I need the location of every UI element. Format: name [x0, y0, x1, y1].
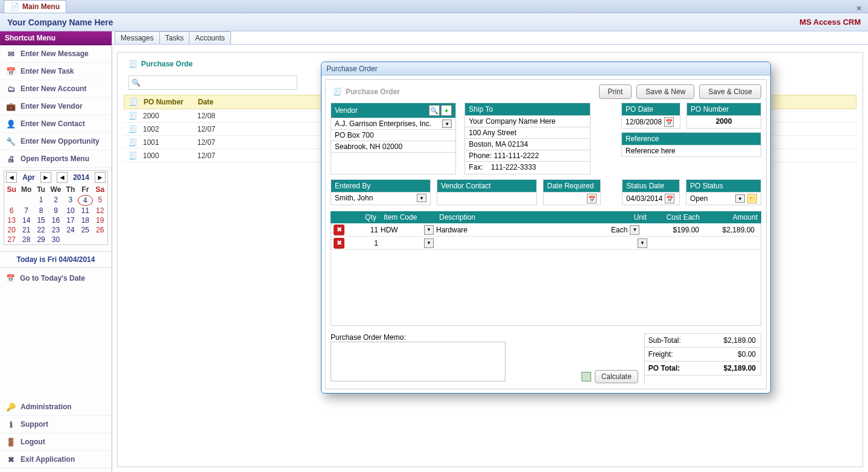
vendor-contact-field[interactable] [437, 192, 536, 203]
calendar-day[interactable]: 2 [48, 195, 63, 206]
calendar-icon[interactable]: 📅 [664, 117, 674, 127]
calendar-day[interactable]: 1 [34, 195, 48, 206]
dialog-titlebar[interactable]: Purchase Order [322, 62, 770, 75]
vendor-name-field[interactable]: A.J. Garrison Enterprises, Inc. ▼ [331, 118, 455, 129]
cell-qty[interactable]: 1 [347, 239, 381, 247]
tab-accounts[interactable]: Accounts [189, 31, 230, 44]
col-po-number[interactable]: PO Number [139, 98, 193, 106]
calendar-next-month[interactable]: ► [40, 172, 51, 183]
calendar-day[interactable]: 10 [63, 206, 78, 215]
chevron-down-icon[interactable]: ▼ [735, 194, 745, 203]
cell-unit[interactable]: ▼ [611, 238, 650, 248]
delete-row-icon[interactable]: ✖ [334, 225, 344, 235]
goto-today-button[interactable]: 📅 Go to Today's Date [0, 272, 112, 285]
calendar-day[interactable]: 28 [19, 235, 33, 244]
calendar-day[interactable]: 14 [19, 215, 33, 225]
window-tab-main-menu[interactable]: 📄 Main Menu [4, 0, 66, 13]
sidebar-item-3[interactable]: 💼Enter New Vendor [0, 98, 112, 115]
calendar-day[interactable]: 15 [34, 215, 48, 225]
list-search-input[interactable]: 🔍 [128, 75, 297, 90]
calendar-day[interactable]: 12 [93, 206, 107, 215]
calendar-day [63, 235, 78, 244]
chevron-down-icon[interactable]: ▼ [424, 225, 434, 235]
sidebar-item-label: Enter New Opportunity [21, 137, 100, 145]
calendar-day[interactable]: 24 [63, 225, 78, 235]
sidebar-item-2[interactable]: 🗂Enter New Account [0, 80, 112, 98]
vendor-search-icon[interactable]: 🔍 [429, 105, 440, 116]
cell-item-code[interactable]: HDW▼ [381, 225, 436, 235]
tab-messages[interactable]: Messages [115, 31, 160, 44]
chevron-down-icon[interactable]: ▼ [442, 120, 452, 128]
calendar-prev-year[interactable]: ◄ [57, 172, 68, 183]
col-date[interactable]: Date [193, 98, 265, 106]
sidebar-item-4[interactable]: 👤Enter New Contact [0, 115, 112, 133]
shipto-head: Ship To [469, 105, 493, 113]
calendar-day[interactable]: 7 [19, 206, 33, 215]
calendar-day[interactable]: 11 [78, 206, 92, 215]
calendar-day[interactable]: 29 [34, 235, 48, 244]
line-item-row[interactable]: ✖1▼▼ [331, 237, 761, 250]
cell-unit[interactable]: Each▼ [611, 225, 650, 235]
calendar-day[interactable]: 3 [63, 195, 78, 206]
folder-icon[interactable]: 📁 [747, 194, 757, 203]
calendar-icon[interactable]: 📅 [665, 194, 674, 203]
tab-tasks[interactable]: Tasks [159, 31, 190, 44]
save-and-close-button[interactable]: Save & Close [699, 85, 761, 99]
sidebar-item-6[interactable]: 🖨Open Reports Menu [0, 150, 112, 168]
close-icon[interactable]: ✕ [850, 4, 868, 13]
sidebar-item-5[interactable]: 🔧Enter New Opportunity [0, 133, 112, 150]
calendar-day[interactable]: 13 [4, 215, 19, 225]
print-button[interactable]: Print [599, 85, 632, 99]
po-number-section: PO Number 2000 [686, 103, 761, 129]
calendar-day[interactable]: 17 [63, 215, 78, 225]
sidebar-bottom-item-3[interactable]: ✖Exit Application [0, 451, 112, 468]
entered-by-field[interactable]: Smith, John ▼ [331, 192, 430, 203]
calendar-icon[interactable]: 📅 [587, 194, 597, 203]
calendar-day[interactable]: 25 [78, 225, 92, 235]
po-icon: 🧾 [333, 88, 342, 96]
save-and-new-button[interactable]: Save & New [636, 85, 694, 99]
memo-textarea[interactable] [331, 342, 505, 381]
sidebar-bottom-item-0[interactable]: 🔑Administration [0, 398, 112, 416]
delete-row-icon[interactable]: ✖ [334, 238, 344, 249]
sidebar-item-label: Enter New Contact [21, 120, 85, 128]
calendar-day[interactable]: 5 [93, 195, 107, 206]
chevron-down-icon[interactable]: ▼ [424, 238, 434, 248]
calendar-day[interactable]: 6 [4, 206, 19, 215]
po-date-field[interactable]: 12/08/2008 📅 [622, 115, 680, 128]
sidebar-item-0[interactable]: ✉Enter New Message [0, 45, 112, 63]
reference-field[interactable]: Reference here [622, 145, 761, 156]
calendar-next-year[interactable]: ► [95, 172, 106, 183]
cell-item-code[interactable]: ▼ [381, 238, 436, 248]
po-status-field[interactable]: Open ▼ 📁 [686, 192, 761, 205]
calendar-day[interactable]: 9 [48, 206, 63, 215]
chevron-down-icon[interactable]: ▼ [630, 225, 639, 235]
cell-description[interactable]: Hardware [436, 226, 611, 234]
sidebar-bottom-item-2[interactable]: 🚪Logout [0, 433, 112, 451]
calendar-prev-month[interactable]: ◄ [6, 172, 17, 183]
po-number-field[interactable]: 2000 [687, 115, 761, 127]
calendar-day[interactable]: 18 [78, 215, 92, 225]
cell-cost[interactable]: $199.00 [650, 226, 703, 234]
calendar-day[interactable]: 4 [78, 195, 92, 206]
date-required-field[interactable]: 📅 [543, 192, 600, 205]
calendar-day[interactable]: 26 [93, 225, 107, 235]
status-date-field[interactable]: 04/03/2014 📅 [622, 192, 679, 205]
vendor-add-icon[interactable]: + [441, 105, 452, 116]
calendar-day[interactable]: 23 [48, 225, 63, 235]
sidebar-bottom-item-1[interactable]: ℹSupport [0, 416, 112, 433]
sidebar-item-1[interactable]: 📅Enter New Task [0, 63, 112, 80]
calendar-day[interactable]: 27 [4, 235, 19, 244]
chevron-down-icon[interactable]: ▼ [638, 238, 647, 248]
calendar-day[interactable]: 8 [34, 206, 48, 215]
calendar-day[interactable]: 19 [93, 215, 107, 225]
calendar-day[interactable]: 21 [19, 225, 33, 235]
cell-qty[interactable]: 11 [347, 226, 381, 234]
calculate-button[interactable]: Calculate [595, 370, 638, 383]
calendar-day[interactable]: 16 [48, 215, 63, 225]
calendar-day[interactable]: 30 [48, 235, 63, 244]
line-item-row[interactable]: ✖11HDW▼HardwareEach▼$199.00$2,189.00 [331, 223, 761, 237]
calendar-day[interactable]: 20 [4, 225, 19, 235]
calendar-day[interactable]: 22 [34, 225, 48, 235]
chevron-down-icon[interactable]: ▼ [417, 194, 426, 202]
